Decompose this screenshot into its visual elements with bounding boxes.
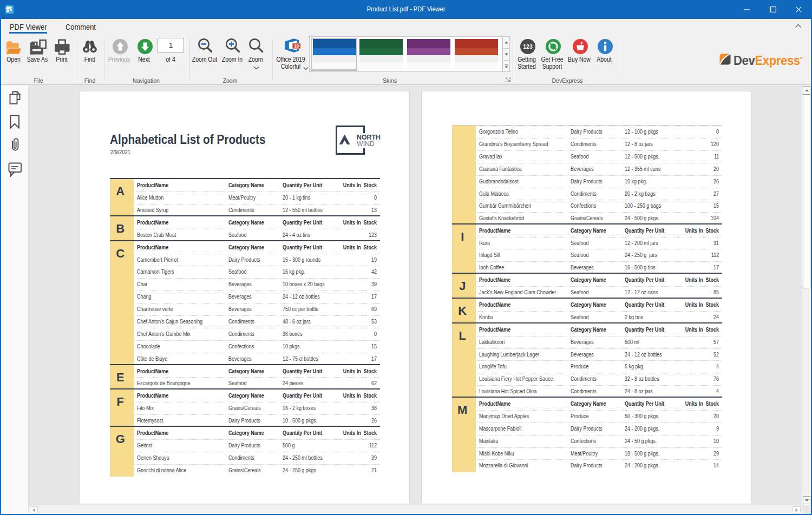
svg-text:19: 19 [294,43,299,49]
svg-text:123: 123 [523,43,533,50]
svg-text:WIND: WIND [357,140,375,148]
